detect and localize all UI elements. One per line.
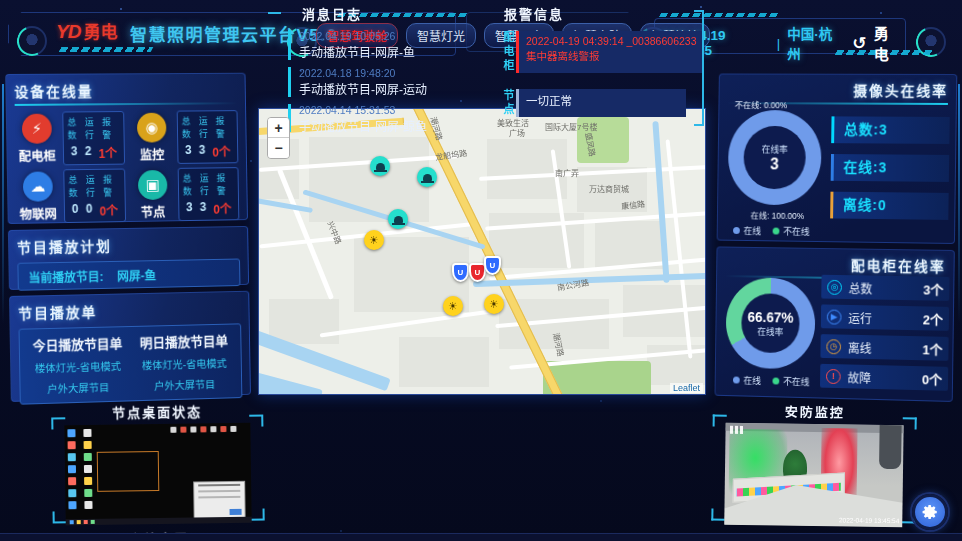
brand-logo: YD 勇电 [56,18,117,43]
map-street-label: 南广弄 [555,167,579,178]
device-online-title: 设备在线量 [14,80,237,101]
camera-stat-offline: 离线:0 [830,192,949,220]
left-column: 设备在线量 ⚡ 配电柜 总数运行报警 321个 ◉ 监控 总数运行报警 [5,73,251,402]
camera-timestamp: 2022-04-19 13:45:54 [839,516,899,524]
settings-gear-button[interactable] [912,494,948,530]
cabinet-row-fault: ! 故障 0个 [820,364,948,391]
bracket-decoration [694,10,704,126]
device-card-cabinet: ⚡ 配电柜 总数运行报警 321个 [15,111,125,166]
map-marker-monitor[interactable] [370,156,390,176]
alarm-info-panel: 报警信息 配电柜 2022-04-19 04:39:14 _0038660623… [486,0,706,132]
node-desktop-group: 节点桌面状态 户外大屏 [51,401,265,541]
user-name[interactable]: 勇电 [874,22,904,64]
map-marker-monitor[interactable] [388,209,408,229]
device-online-panel: 设备在线量 ⚡ 配电柜 总数运行报警 321个 ◉ 监控 总数运行报警 [5,73,248,224]
desktop-icons [67,429,94,509]
camera-scene [879,425,902,469]
map-marker-light[interactable]: ☀ [484,294,504,314]
log-entry: 2022.04.18 19:48:20 手动播放节目-网屏-运动 [288,67,480,97]
offline-icon: ◷ [826,339,841,354]
map-block [269,299,339,344]
playlist-today-heading[interactable]: 今日播放节目单 [24,333,132,355]
cabinet-donut: 66.67% 在线率 [725,277,815,370]
playlist-item: 户外大屏节目 [24,379,132,397]
legend-dot-offline [772,377,779,384]
current-program-label: 当前播放节目: [28,267,103,285]
zoom-in-button[interactable]: + [268,118,289,138]
camera-icon: ◉ [137,112,167,142]
message-log-panel: 消息日志 2022.04.19 10:05:26 手动播放节目-网屏-鱼 202… [268,0,480,132]
play-plan-panel: 节目播放计划 当前播放节目: 网屏-鱼 [8,226,249,290]
map-river [258,369,323,395]
log-entry: 2022.04.14 15:31:53 手动播放节目-网屏-鲸鱼 [288,104,480,132]
playlist-item: 户外大屏节目 [132,376,238,394]
camera-stats: 总数:3 在线:3 离线:0 [830,116,950,231]
running-icon: ▶ [827,309,842,324]
cabinet-row-running: ▶ 运行 2个 [821,304,949,330]
legend-dot-online [733,227,740,234]
device-card-iot: ☁ 物联网 总数运行报警 000个 [16,169,126,224]
knob-decoration [17,26,47,56]
donut-center-value: 3 [770,155,779,173]
logo-name: 勇电 [83,18,117,43]
leaflet-attribution[interactable]: Leaflet [670,383,703,393]
desktop-screenshot[interactable] [64,423,251,526]
camera-legend: 在线 不在线 [733,224,810,238]
cabinet-rate-title: 配电柜在线率 [725,252,946,275]
donut-center-value: 66.67% [747,308,793,325]
current-program-row: 当前播放节目: 网屏-鱼 [17,258,240,290]
camera-rate-title: 摄像头在线率 [727,79,948,99]
map-street-label: 国际大厦7号楼 [545,121,597,132]
device-card-monitor: ◉ 监控 总数运行报警 330个 [130,110,238,164]
alarm-info-title: 报警信息 [504,4,706,23]
playlist-today: 今日播放节目单 楼体灯光-省电模式 户外大屏节目 [24,333,132,404]
map-canal [258,198,313,213]
zoom-out-button[interactable]: − [268,138,289,158]
security-monitor-title: 安防监控 [713,401,917,423]
security-camera-feed[interactable]: 2022-04-19 13:45:54 [724,423,903,527]
desktop-top-icons [170,426,236,433]
alarm-ok-box: 一切正常 [516,89,686,117]
legend-dot-offline [773,228,780,235]
dash-decoration [59,47,154,52]
map-marker-monitor[interactable] [417,167,437,187]
corner-bracket [51,417,65,429]
edge-decoration [958,84,960,324]
map-marker-light[interactable]: ☀ [364,230,384,250]
cabinet-row-total: ◎ 总数 3个 [821,275,949,301]
node-desktop-title: 节点桌面状态 [51,401,263,423]
offline-pct-label: 不在线: 0.00% [735,98,788,110]
logo-yd-icon: YD [56,21,80,43]
camera-donut: 在线率 3 [728,110,822,205]
map-street-label: 兴中路 [325,219,344,245]
map-panel[interactable]: 潮河路龙船坞路美致生活广场国际大厦7号楼盛凤路南广弄万达商贸城康信路南公河路兴中… [258,108,706,395]
legend-dot-online [733,376,740,383]
gear-icon [921,503,939,521]
back-icon[interactable]: ↺ [852,33,866,54]
power-cabinet-icon: ⚡ [22,113,52,143]
message-log-title: 消息日志 [302,4,480,23]
playlist-item: 楼体灯光-省电模式 [131,355,237,373]
map-block [399,337,489,387]
separator: | [777,36,780,51]
security-monitor-group: 安防监控 2022-04-19 13:45:54 2号水池 [711,401,917,541]
device-grid: ⚡ 配电柜 总数运行报警 321个 ◉ 监控 总数运行报警 330个 [15,110,240,224]
playlist-tomorrow-heading[interactable]: 明日播放节目单 [131,330,237,351]
alarm-group-label: 节点 [500,89,516,117]
cabinet-row-offline: ◷ 离线 1个 [820,334,948,361]
edge-decoration [2,84,4,324]
alarm-group-label: 配电柜 [500,31,516,73]
right-column: 摄像头在线率 不在线: 0.00% 在线率 3 在线: 100.00% 在线 不… [715,74,958,402]
corner-bracket [903,417,917,429]
alarm-group-node: 节点 一切正常 [500,89,706,117]
corner-bracket [251,509,265,521]
map-road [320,308,499,337]
playlist-title: 节目播放单 [18,298,241,323]
donut-center-label: 在线率 [757,324,783,337]
map-marker-light[interactable]: ☀ [443,296,463,316]
camera-brand-logo [730,426,744,434]
cabinet-legend: 在线 不在线 [733,374,810,389]
map-street-label: 广场 [509,127,525,138]
current-program-value: 网屏-鱼 [117,266,156,284]
playlist-panel: 节目播放单 今日播放节目单 楼体灯光-省电模式 户外大屏节目 明日播放节目单 楼… [9,291,251,402]
